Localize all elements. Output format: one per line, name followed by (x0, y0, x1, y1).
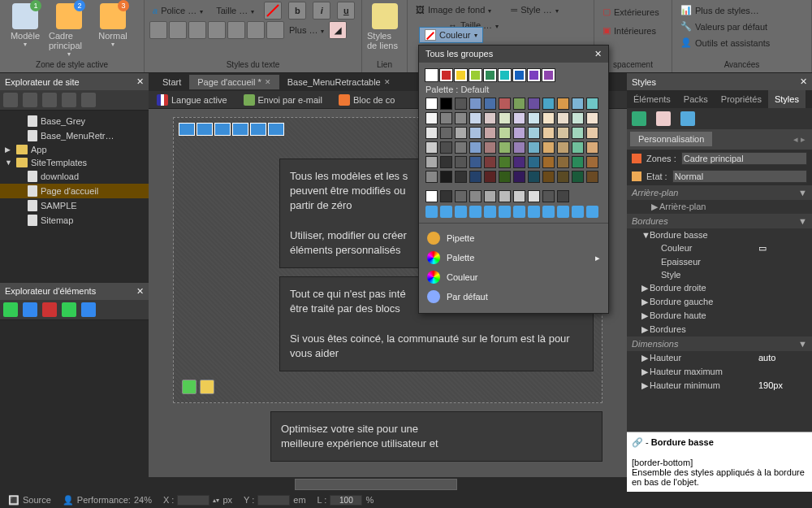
prop-row[interactable]: ▶Bordures (627, 323, 812, 336)
color-swatch[interactable] (455, 98, 467, 110)
model-button[interactable]: 1Modèle▾ (5, 2, 45, 48)
prop-row[interactable]: ▶Arrière-plan (627, 200, 812, 214)
toolbar-btn[interactable] (42, 93, 57, 107)
color-swatch[interactable] (455, 171, 467, 183)
color-swatch[interactable] (440, 141, 452, 154)
tree-item[interactable]: Page d'accueil (0, 184, 149, 198)
close-icon[interactable]: ✕ (265, 78, 271, 86)
style-btn-5[interactable] (227, 21, 245, 39)
toolbar-btn[interactable] (62, 302, 76, 317)
toolbar-btn[interactable] (632, 111, 646, 126)
color-swatch[interactable] (499, 98, 511, 110)
close-icon[interactable]: ✕ (136, 286, 144, 297)
link-styles-button[interactable]: Styles de liens (367, 2, 402, 50)
color-swatch[interactable] (542, 112, 555, 124)
color-swatch[interactable] (557, 190, 569, 202)
handle[interactable] (179, 123, 195, 136)
handle[interactable] (268, 123, 284, 136)
toolbar-btn[interactable] (23, 93, 37, 107)
close-icon[interactable]: ✕ (136, 76, 144, 87)
font-dropdown[interactable]: aPolice … (149, 4, 206, 17)
color-swatch[interactable] (586, 127, 598, 139)
tab-packs[interactable]: Packs (677, 90, 715, 108)
source-button[interactable]: 🔳 Source (8, 495, 51, 506)
bg-image-dropdown[interactable]: 🖼 Image de fond ═ Style … (412, 3, 562, 16)
color-swatch[interactable] (484, 98, 496, 110)
color-swatch[interactable] (572, 127, 584, 139)
style-btn-3[interactable] (188, 21, 206, 39)
more-styles[interactable]: 📊 Plus de styles… (677, 3, 762, 17)
eyedropper-icon[interactable] (542, 206, 555, 218)
color-swatch[interactable] (425, 141, 438, 154)
lock-icon[interactable] (200, 380, 214, 394)
color-swatch[interactable] (528, 156, 540, 168)
code-block[interactable]: Bloc de co (339, 94, 395, 106)
tree-item[interactable]: SAMPLE (0, 198, 149, 213)
style-btn-4[interactable] (208, 21, 226, 39)
color-swatch[interactable] (542, 98, 555, 110)
l-input[interactable] (330, 495, 362, 506)
color-swatch[interactable] (513, 127, 525, 139)
color-swatch[interactable] (484, 156, 496, 168)
color-swatch[interactable] (557, 127, 569, 139)
handle[interactable] (214, 123, 231, 136)
scrollbar-thumb[interactable] (295, 479, 457, 490)
tab-start[interactable]: Start (154, 75, 189, 89)
popup-menu-item[interactable]: Par défaut (425, 287, 602, 306)
color-swatch[interactable] (425, 171, 438, 183)
color-swatch[interactable] (528, 141, 540, 154)
prop-row[interactable]: ▶Bordure gauche (627, 295, 812, 309)
inner-spacing[interactable]: ▣ Intérieures (599, 24, 659, 37)
color-swatch[interactable] (528, 112, 540, 124)
prop-category[interactable]: Bordures▼ (627, 214, 812, 228)
prop-row[interactable]: ▶Bordure droite (627, 281, 812, 295)
handle[interactable] (232, 123, 248, 136)
popup-menu-item[interactable]: Couleur (425, 267, 602, 287)
style-btn-1[interactable] (149, 21, 167, 39)
color-swatch[interactable] (513, 69, 525, 81)
refresh-icon[interactable] (23, 302, 37, 317)
color-swatch[interactable] (425, 98, 438, 110)
color-swatch[interactable] (440, 156, 452, 168)
color-swatch[interactable] (586, 112, 598, 124)
eyedropper-icon[interactable] (425, 206, 438, 218)
close-icon[interactable]: ✕ (800, 76, 807, 87)
color-swatch[interactable] (469, 112, 482, 124)
toolbar-btn[interactable] (62, 93, 76, 107)
tools-wizards[interactable]: 👤 Outils et assistants (677, 36, 773, 50)
color-swatch[interactable] (425, 190, 438, 202)
color-swatch[interactable] (542, 156, 555, 168)
color-swatch[interactable] (469, 98, 482, 110)
color-swatch[interactable] (557, 141, 569, 154)
color-swatch[interactable] (455, 156, 467, 168)
color-swatch[interactable] (513, 156, 525, 168)
color-swatch[interactable] (528, 171, 540, 183)
subtab-personalization[interactable]: Personnalisation (630, 132, 712, 146)
color-swatch[interactable] (455, 141, 467, 154)
tab-properties[interactable]: Propriétés (715, 90, 768, 108)
prop-category[interactable]: Arrière-plan▼ (627, 185, 812, 200)
color-swatch[interactable] (469, 156, 482, 168)
prop-row[interactable]: Couleur▭ (627, 241, 812, 255)
color-swatch[interactable] (484, 69, 496, 81)
eyedropper-icon[interactable] (469, 206, 482, 218)
color-swatch[interactable] (499, 127, 511, 139)
toolbar-btn[interactable] (81, 302, 96, 317)
prop-category[interactable]: Dimensions▼ (627, 336, 812, 351)
zone-select[interactable]: Cadre principal (681, 152, 807, 165)
color-swatch[interactable] (484, 141, 496, 154)
color-swatch[interactable] (499, 141, 511, 154)
popup-menu-item[interactable]: Palette▸ (425, 248, 602, 267)
color-swatch[interactable] (572, 171, 584, 183)
eyedropper-icon[interactable] (528, 206, 540, 218)
toolbar-btn[interactable] (3, 93, 18, 107)
couleur-dropdown-open[interactable]: Couleur▾ (419, 27, 483, 43)
tree-item[interactable]: Base_Grey (0, 114, 149, 128)
color-swatch[interactable] (455, 112, 467, 124)
color-select[interactable] (485, 271, 600, 284)
color-swatch[interactable] (440, 98, 452, 110)
color-swatch[interactable] (440, 69, 452, 81)
default-values[interactable]: 🔧 Valeurs par défaut (677, 20, 771, 33)
color-swatch[interactable] (499, 190, 511, 202)
size-dropdown[interactable]: Taille … (213, 4, 257, 17)
